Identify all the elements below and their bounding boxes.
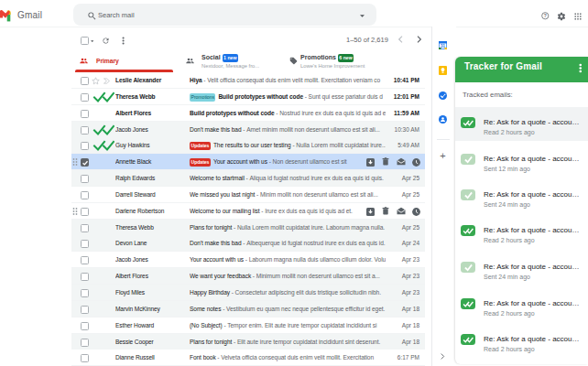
svg-text:?: ? xyxy=(544,14,547,18)
svg-text:31: 31 xyxy=(441,44,446,48)
